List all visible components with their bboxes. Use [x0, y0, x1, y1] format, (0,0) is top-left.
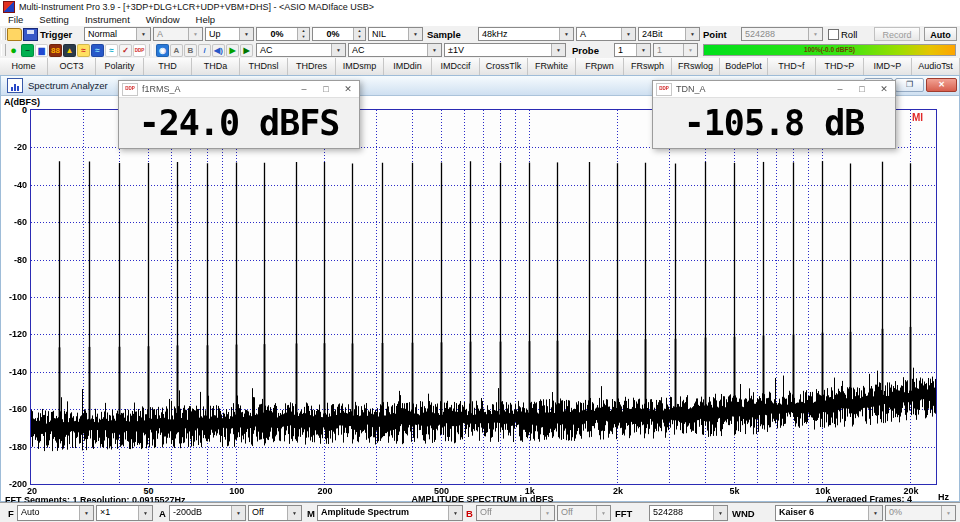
close-button[interactable]: ✕ — [926, 78, 957, 92]
tab-frswlog[interactable]: FRswlog — [672, 58, 720, 75]
save-icon[interactable] — [23, 28, 38, 41]
frequency-zoom-select[interactable]: ×1▼ — [96, 505, 153, 521]
ddp-viewer-icon[interactable]: ≈ — [91, 44, 104, 57]
fft-size-select[interactable]: 524288▼ — [649, 505, 728, 521]
tab-frpwn[interactable]: FRpwn — [576, 58, 624, 75]
window-function-select[interactable]: Kaiser 6▼ — [775, 505, 883, 521]
data-logger-icon[interactable]: ≈ — [77, 44, 90, 57]
run-indicator-icon[interactable]: ● — [7, 44, 20, 57]
amplitude-mode-select[interactable]: Off▼ — [248, 505, 302, 521]
y-tick-label: -80 — [1, 255, 27, 265]
menu-window[interactable]: Window — [138, 14, 188, 25]
tab-polarity[interactable]: Polarity — [96, 58, 144, 75]
close-button[interactable]: ✕ — [873, 84, 895, 94]
y-tick-label: -40 — [1, 180, 27, 190]
ddp-window-title: f1RMS_A — [142, 84, 293, 94]
tab-audiotst[interactable]: AudioTst — [912, 58, 960, 75]
trigger-mode-select[interactable]: Normal▼ — [84, 27, 151, 41]
tab-crosstlk[interactable]: CrossTlk — [480, 58, 528, 75]
menu-help[interactable]: Help — [188, 14, 224, 25]
tab-bodeplot[interactable]: BodePlot — [720, 58, 768, 75]
tab-frswph[interactable]: FRswph — [624, 58, 672, 75]
multimeter-icon[interactable]: 88 — [49, 44, 62, 57]
menu-instrument[interactable]: Instrument — [77, 14, 138, 25]
probe-b-select[interactable]: 1▼ — [653, 43, 698, 57]
coupling-b-select[interactable]: AC▼ — [348, 43, 442, 57]
sampling-rate-select[interactable]: 48kHz▼ — [478, 27, 574, 41]
tab-imdsmp[interactable]: IMDsmp — [336, 58, 384, 75]
trigger-source-select[interactable]: A▼ — [153, 27, 203, 41]
menu-file[interactable]: File — [0, 14, 31, 25]
tab-oct3[interactable]: OCT3 — [48, 58, 96, 75]
sampling-channel-select[interactable]: A▼ — [576, 27, 636, 41]
marker-b-icon[interactable]: B — [184, 44, 197, 57]
trigger-delay-input[interactable]: 0%▲▼ — [312, 27, 366, 41]
record-button[interactable]: Record — [874, 27, 920, 41]
calibration-icon[interactable]: ◉ — [156, 44, 169, 57]
record-length-select[interactable]: 524288▼ — [741, 27, 823, 41]
play-b-icon[interactable]: ▶ — [240, 44, 253, 57]
spectrum-canvas[interactable] — [31, 110, 936, 484]
tab-thdnsl[interactable]: THDnsl — [240, 58, 288, 75]
tab-imddin[interactable]: IMDdin — [384, 58, 432, 75]
ddp-window-tdn-a: DDP TDN_A – □ ✕ -105.8 dB — [652, 80, 896, 149]
open-file-icon[interactable] — [7, 28, 22, 41]
derived-data-curve-icon[interactable]: ≈ — [105, 44, 118, 57]
probe-setup-icon[interactable]: / — [198, 44, 211, 57]
restore-button[interactable]: ❐ — [895, 78, 924, 92]
ddp-value: -24.0 dBFS — [119, 98, 359, 148]
sound-output-icon[interactable]: ◀) — [212, 44, 225, 57]
frequency-axis-select[interactable]: Auto▼ — [17, 505, 94, 521]
spectrum-plot[interactable] — [30, 109, 937, 485]
maximize-button[interactable]: □ — [851, 84, 873, 94]
amplitude-range-select[interactable]: -200dB▼ — [169, 505, 246, 521]
tab-imd-p[interactable]: IMD~P — [864, 58, 912, 75]
tab-thd-f[interactable]: THD~f — [768, 58, 816, 75]
menu-setting[interactable]: Setting — [31, 14, 77, 25]
tab-thda[interactable]: THDa — [192, 58, 240, 75]
close-button[interactable]: ✕ — [337, 84, 359, 94]
spectrum-3d-plot-icon[interactable]: ▲ — [63, 44, 76, 57]
application-window: Multi-Instrument Pro 3.9 - [+3DP+DLG+LCR… — [0, 0, 960, 522]
coupling-a-select[interactable]: AC▼ — [256, 43, 346, 57]
auto-button[interactable]: Auto — [924, 27, 957, 41]
minimize-button[interactable]: – — [829, 84, 851, 94]
roll-checkbox[interactable] — [828, 29, 839, 40]
ddp-array-viewer-icon[interactable]: DDP — [133, 44, 146, 57]
y-tick-label: -20 — [1, 142, 27, 152]
y-tick-label: -120 — [1, 329, 27, 339]
bit-resolution-select[interactable]: 24Bit▼ — [638, 27, 700, 41]
b-range-select[interactable]: Off▼ — [476, 505, 555, 521]
oscilloscope-icon[interactable]: ~ — [21, 44, 34, 57]
marker-a-icon[interactable]: A — [170, 44, 183, 57]
tab-thdres[interactable]: THDres — [288, 58, 336, 75]
tab-imdccif[interactable]: IMDccif — [432, 58, 480, 75]
ddp-titlebar[interactable]: DDP f1RMS_A – □ ✕ — [119, 81, 359, 98]
maximize-button[interactable]: □ — [315, 84, 337, 94]
toolbar-grip[interactable] — [1, 28, 6, 40]
device-test-plan-icon[interactable]: ✓ — [119, 44, 132, 57]
overlap-select[interactable]: 0%▼ — [885, 505, 956, 521]
point-label: Point — [703, 29, 727, 40]
instrument-toolbar: ●~▆88▲≈≈≈✓DDP◉AB/◀)▶▶ AC▼ AC▼ ±1V▼ Probe… — [0, 42, 960, 59]
tab-thd-p[interactable]: THD~P — [816, 58, 864, 75]
tab-thd[interactable]: THD — [144, 58, 192, 75]
trigger-rejection-select[interactable]: NIL▼ — [368, 27, 423, 41]
probe-a-select[interactable]: 1▼ — [614, 43, 651, 57]
toolbar-grip[interactable] — [1, 44, 6, 56]
b-mode-select[interactable]: Off▼ — [557, 505, 611, 521]
spectrum-analyzer-icon[interactable]: ▆ — [35, 44, 48, 57]
view-mode-select[interactable]: Amplitude Spectrum▼ — [317, 505, 463, 521]
ddp-icon: DDP — [122, 83, 138, 96]
tab-frwhite[interactable]: FRwhite — [528, 58, 576, 75]
play-a-icon[interactable]: ▶ — [226, 44, 239, 57]
trigger-edge-select[interactable]: Up▼ — [205, 27, 254, 41]
trigger-level-input[interactable]: 0%▲▼ — [256, 27, 310, 41]
minimize-button[interactable]: – — [293, 84, 315, 94]
tab-home[interactable]: Home — [0, 58, 48, 75]
ddp-titlebar[interactable]: DDP TDN_A – □ ✕ — [653, 81, 895, 98]
range-a-select[interactable]: ±1V▼ — [444, 43, 566, 57]
ddp-value: -105.8 dB — [653, 98, 895, 148]
instrument-icon-tray: ●~▆88▲≈≈≈✓DDP◉AB/◀)▶▶ — [7, 43, 253, 57]
channel-b-label: B — [466, 508, 473, 519]
